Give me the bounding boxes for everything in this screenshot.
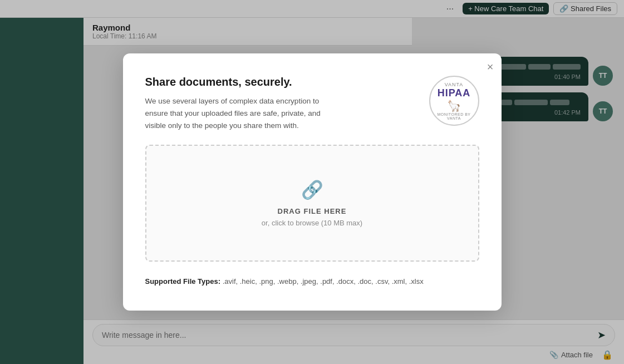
click-to-browse-text: or, click to browse (10 MB max) (158, 219, 467, 227)
modal-header: Share documents, securely. We use severa… (145, 76, 479, 131)
supported-file-types: Supported File Types: .avif, .heic, .png… (145, 275, 479, 288)
modal-close-button[interactable]: × (487, 61, 494, 72)
drag-file-here-text: DRAG FILE HERE (158, 207, 467, 215)
hipaa-badge-inner: Vanta HIPAA 🦙 MONITORED BY VANTA (430, 82, 478, 120)
link-icon: 🔗 (158, 179, 467, 200)
page-background: ··· + New Care Team Chat 🔗 Shared Files … (0, 0, 624, 364)
modal-title: Share documents, securely. (145, 76, 418, 88)
hipaa-badge: Vanta HIPAA 🦙 MONITORED BY VANTA (429, 76, 479, 126)
file-drop-zone[interactable]: 🔗 DRAG FILE HERE or, click to browse (10… (145, 145, 479, 262)
modal-header-text: Share documents, securely. We use severa… (145, 76, 418, 131)
modal-description: We use several layers of complex data en… (145, 95, 335, 131)
share-documents-modal: × Share documents, securely. We use seve… (123, 53, 502, 310)
hipaa-vanta-label: Vanta (430, 82, 478, 87)
hipaa-text: HIPAA (430, 87, 478, 99)
modal-overlay: × Share documents, securely. We use seve… (0, 0, 624, 364)
supported-label: Supported File Types: (145, 277, 221, 286)
supported-types-list: .avif, .heic, .png, .webp, .jpeg, .pdf, … (220, 277, 424, 286)
hipaa-llama-icon: 🦙 (430, 99, 478, 112)
hipaa-monitored-label: MONITORED BY VANTA (430, 112, 478, 120)
